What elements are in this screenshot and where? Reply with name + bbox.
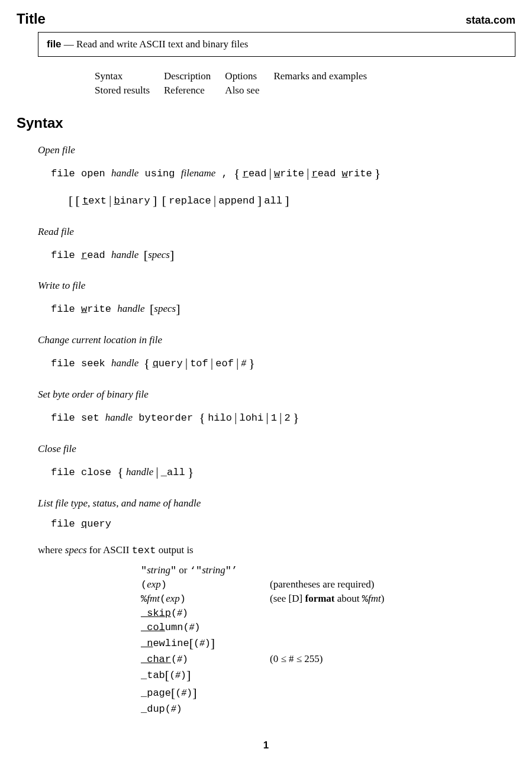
- spec-row-skip: _skip(#): [141, 606, 395, 620]
- toc-options[interactable]: Options: [225, 70, 272, 83]
- spec-row-exp: (exp) (parentheses are required): [141, 577, 395, 592]
- spec-row-string: "string" or ‘"string"’: [141, 563, 395, 577]
- syntax-close: file close { handle | _all }: [51, 460, 515, 485]
- specs-table: "string" or ‘"string"’ (exp) (parenthese…: [141, 563, 395, 716]
- toc-description[interactable]: Description: [164, 70, 224, 83]
- subhead-read: Read file: [38, 226, 515, 238]
- syntax-write: file write handle [specs]: [51, 296, 515, 321]
- section-syntax: Syntax: [17, 115, 515, 131]
- spec-row-tab: _tab[(#)]: [141, 666, 395, 684]
- title-box: file — Read and write ASCII text and bin…: [38, 32, 515, 57]
- spec-row-newline: _newline[(#)]: [141, 634, 395, 652]
- title-label: Title: [17, 11, 46, 27]
- syntax-set: file set handle byteorder { hilo | lohi …: [51, 405, 515, 430]
- syntax-query: file query: [51, 514, 515, 534]
- subhead-set: Set byte order of binary file: [38, 389, 515, 401]
- spec-row-page: _page[(#)]: [141, 684, 395, 702]
- subhead-open: Open file: [38, 144, 515, 156]
- title-dash: —: [62, 38, 77, 50]
- spec-row-column: _column(#): [141, 620, 395, 634]
- where-intro: where specs for ASCII text output is: [38, 544, 515, 556]
- spec-row-fmt: %fmt(exp) (see [D] format about %fmt): [141, 592, 395, 606]
- site-link[interactable]: stata.com: [466, 14, 515, 27]
- subhead-query: List file type, status, and name of hand…: [38, 498, 515, 509]
- spec-row-char: _char(#) (0 ≤ # ≤ 255): [141, 652, 395, 666]
- syntax-read: file read handle [specs]: [51, 243, 515, 267]
- toc-stored-results[interactable]: Stored results: [95, 84, 163, 97]
- subhead-seek: Change current location in file: [38, 334, 515, 346]
- toc-syntax[interactable]: Syntax: [95, 70, 163, 83]
- syntax-open: file open handle using filename , { read…: [51, 161, 515, 186]
- spec-row-dup: _dup(#): [141, 702, 395, 716]
- header: Title stata.com: [17, 11, 515, 27]
- title-cmd: file: [47, 38, 62, 50]
- syntax-seek: file seek handle { query | tof | eof | #…: [51, 351, 515, 376]
- page-number: 1: [17, 740, 515, 751]
- toc-reference[interactable]: Reference: [164, 84, 224, 97]
- syntax-open-line2: [ [ text | binary ] [ replace | append ]…: [69, 188, 515, 213]
- title-desc: Read and write ASCII text and binary fil…: [76, 38, 248, 50]
- toc-remarks[interactable]: Remarks and examples: [273, 70, 380, 83]
- toc-also-see[interactable]: Also see: [225, 84, 272, 97]
- subhead-write: Write to file: [38, 280, 515, 292]
- toc: Syntax Description Options Remarks and e…: [93, 69, 381, 98]
- subhead-close: Close file: [38, 443, 515, 455]
